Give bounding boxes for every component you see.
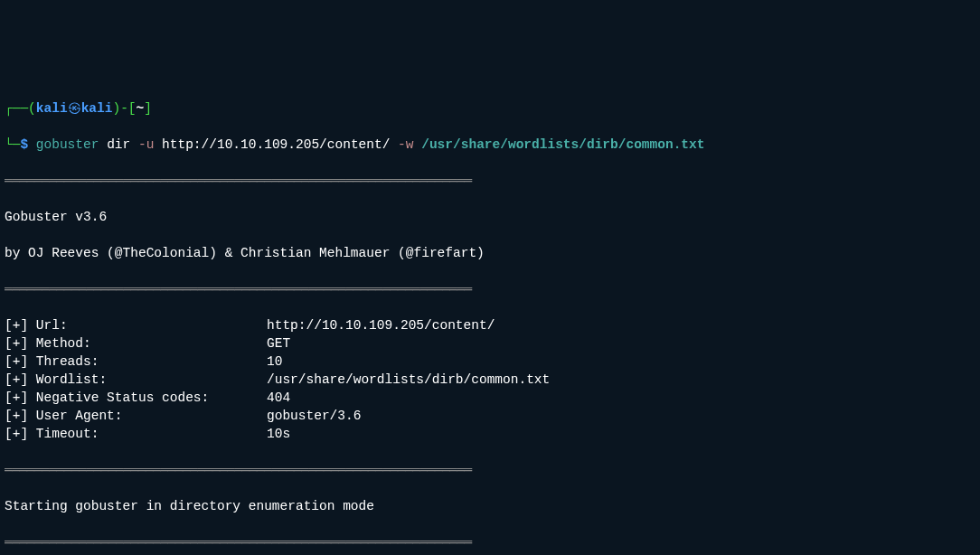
prompt-user: kali [36, 101, 68, 116]
config-label: [+] Wordlist: [5, 371, 267, 389]
url-arg: http://10.10.109.205/content/ [154, 137, 398, 152]
flag-w: -w [398, 137, 413, 152]
gobuster-title: Gobuster v3.6 [5, 208, 975, 226]
config-label: [+] Timeout: [5, 425, 267, 443]
config-row: [+] Timeout:10s [5, 425, 975, 443]
prompt-line-1: ┌──(kali㉿kali)-[~] [5, 99, 975, 118]
mode-line: Starting gobuster in directory enumerati… [5, 497, 975, 515]
skull-icon: ㉿ [68, 101, 81, 116]
separator: ════════════════════════════════════════… [5, 533, 975, 551]
config-value: http://10.10.109.205/content/ [267, 318, 495, 333]
config-row: [+] User Agent:gobuster/3.6 [5, 407, 975, 425]
gobuster-byline: by OJ Reeves (@TheColonial) & Christian … [5, 244, 975, 262]
config-row: [+] Threads:10 [5, 353, 975, 371]
prompt-host: kali [81, 101, 113, 116]
config-block: [+] Url:http://10.10.109.205/content/[+]… [5, 316, 975, 443]
config-label: [+] Url: [5, 316, 267, 334]
config-value: 404 [267, 390, 290, 405]
config-label: [+] Negative Status codes: [5, 389, 267, 407]
config-row: [+] Negative Status codes:404 [5, 389, 975, 407]
config-row: [+] Wordlist:/usr/share/wordlists/dirb/c… [5, 371, 975, 389]
config-value: 10 [267, 354, 282, 369]
config-row: [+] Url:http://10.10.109.205/content/ [5, 316, 975, 334]
wordlist-arg: /usr/share/wordlists/dirb/common.txt [414, 137, 705, 152]
config-label: [+] User Agent: [5, 407, 267, 425]
config-row: [+] Method:GET [5, 334, 975, 353]
config-label: [+] Method: [5, 334, 267, 353]
prompt-cwd: ~ [137, 101, 145, 116]
config-value: 10s [267, 427, 290, 441]
separator: ════════════════════════════════════════… [5, 172, 975, 190]
prompt-line-2[interactable]: └─$ gobuster dir -u http://10.10.109.205… [5, 136, 975, 154]
separator: ════════════════════════════════════════… [5, 461, 975, 479]
prompt-dollar: $ [20, 137, 35, 152]
config-label: [+] Threads: [5, 353, 267, 371]
flag-u: -u [138, 137, 154, 152]
terminal-output: ┌──(kali㉿kali)-[~] └─$ gobuster dir -u h… [5, 81, 975, 555]
command: gobuster [36, 137, 99, 152]
config-value: gobuster/3.6 [267, 409, 361, 423]
config-value: GET [267, 336, 290, 351]
config-value: /usr/share/wordlists/dirb/common.txt [267, 372, 550, 387]
separator: ════════════════════════════════════════… [5, 280, 975, 298]
